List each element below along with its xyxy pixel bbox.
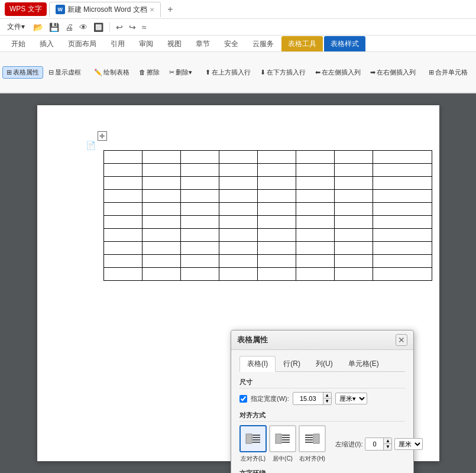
new-tab-button[interactable]: + (163, 2, 177, 17)
dialog-close-button[interactable]: ✕ (396, 334, 407, 346)
svg-rect-5 (276, 434, 281, 443)
btn-insert-col-left[interactable]: ⬅ 在左侧插入列 (311, 66, 365, 79)
dialog-tab-cell[interactable]: 单元格(E) (341, 356, 387, 372)
ribbon-tabs: 开始 插入 页面布局 引用 审阅 视图 章节 安全 云服务 表格工具 表格样式 (0, 35, 476, 52)
btn-erase[interactable]: 🗑 擦除 (135, 66, 164, 79)
width-value-input[interactable] (293, 393, 323, 404)
size-section: 尺寸 指定宽度(W): ▲ ▼ (239, 378, 405, 405)
indent-spin-up[interactable]: ▲ (383, 438, 391, 444)
align-left-label: 左对齐(L) (241, 455, 265, 463)
align-center-label: 居中(C) (273, 455, 293, 463)
toolbar-preview[interactable]: 👁 (77, 21, 90, 33)
toolbar-print[interactable]: 🖨 (63, 21, 76, 33)
wrap-section: 文字环绕 (239, 469, 405, 473)
btn-show-grid[interactable]: ⊟ 显示虚框 (44, 66, 85, 79)
align-right-wrap: 右对齐(H) (299, 425, 326, 463)
merge-cells-label: 合并单元格 (435, 68, 468, 77)
table-cell[interactable] (257, 151, 296, 164)
toolbar-something[interactable]: ≈ (140, 21, 149, 33)
table-row (103, 229, 432, 242)
doc-area: ✛ 📄 (0, 93, 476, 473)
wrap-section-title: 文字环绕 (239, 469, 405, 473)
btn-insert-row-below[interactable]: ⬇ 在下方插入行 (256, 66, 310, 79)
align-center-button[interactable] (269, 425, 296, 452)
size-row: 指定宽度(W): ▲ ▼ 厘米▾ (239, 392, 405, 405)
doc-tab[interactable]: W 新建 Microsoft Word 文档 ✕ (49, 2, 161, 17)
align-btn-group: 左对齐(L) (239, 425, 326, 463)
table-cell[interactable] (334, 151, 373, 164)
insert-row-below-label: 在下方插入行 (267, 68, 306, 77)
btn-table-props[interactable]: ⊞ 表格属性 (2, 66, 43, 79)
toolbar-format[interactable]: 🔲 (91, 21, 106, 33)
draw-table-label: 绘制表格 (103, 68, 129, 77)
erase-label: 擦除 (147, 68, 160, 77)
align-right-label: 右对齐(H) (299, 455, 325, 463)
tab-security[interactable]: 安全 (218, 36, 245, 51)
insert-col-left-label: 在左侧插入列 (322, 68, 361, 77)
tab-ref[interactable]: 引用 (104, 36, 131, 51)
width-spin-down[interactable]: ▼ (323, 399, 331, 404)
toolbar-open[interactable]: 📂 (31, 21, 46, 33)
tab-chapter[interactable]: 章节 (189, 36, 216, 51)
align-left-button[interactable] (239, 425, 267, 452)
btn-insert-col-right[interactable]: ➡ 在右侧插入列 (366, 66, 420, 79)
indent-input-wrap: ▲ ▼ (365, 438, 392, 451)
table-cell[interactable] (103, 151, 142, 164)
table-cell[interactable] (103, 255, 142, 268)
table-row (103, 190, 432, 203)
indent-value-input[interactable] (365, 438, 383, 450)
align-right-button[interactable] (299, 425, 326, 452)
doc-area-wrap: ✛ 📄 (0, 93, 476, 473)
table-cell[interactable] (180, 151, 219, 164)
btn-merge-cells[interactable]: ⊞ 合并单元格 (425, 66, 472, 79)
table-cell[interactable] (142, 151, 180, 164)
tab-insert[interactable]: 插入 (33, 36, 60, 51)
table-cell[interactable] (103, 164, 142, 177)
table-cell[interactable] (219, 151, 257, 164)
toolbar-save[interactable]: 💾 (47, 21, 61, 33)
btn-delete[interactable]: ✂ 删除▾ (165, 66, 196, 79)
indent-spinners: ▲ ▼ (383, 438, 391, 450)
tab-cloud[interactable]: 云服务 (246, 36, 280, 51)
dialog-tabs: 表格(I) 行(R) 列(U) 单元格(E) (239, 356, 405, 372)
merge-cells-icon: ⊞ (429, 69, 434, 76)
dialog-tab-col[interactable]: 列(U) (308, 356, 341, 372)
specify-width-checkbox[interactable] (239, 395, 247, 403)
btn-insert-row-above[interactable]: ⬆ 在上方插入行 (201, 66, 255, 79)
wps-tab[interactable]: WPS 文字 (5, 2, 47, 16)
table-cell[interactable] (296, 151, 334, 164)
table-cell[interactable] (103, 242, 142, 255)
table-cell[interactable] (103, 203, 142, 216)
btn-split-cells[interactable]: ⊟ 拆分单元格 (473, 66, 476, 79)
table-move-handle[interactable]: ✛ (98, 131, 107, 141)
dialog-title: 表格属性 (237, 335, 268, 345)
table-cell[interactable] (103, 190, 142, 203)
table-cell[interactable] (103, 268, 142, 281)
width-unit-select[interactable]: 厘米▾ (335, 393, 367, 404)
indent-spin-down[interactable]: ▼ (383, 444, 391, 450)
tab-view[interactable]: 视图 (161, 36, 188, 51)
table-cell[interactable] (103, 216, 142, 229)
dialog-tab-table[interactable]: 表格(I) (239, 356, 276, 372)
doc-icon: W (56, 5, 65, 14)
tab-start[interactable]: 开始 (5, 36, 32, 51)
dialog-tab-row[interactable]: 行(R) (276, 356, 308, 372)
align-section: 对齐方式 (239, 411, 405, 463)
tab-close-icon[interactable]: ✕ (150, 7, 154, 13)
tab-review[interactable]: 审阅 (132, 36, 160, 51)
tab-tablestyle[interactable]: 表格样式 (324, 36, 365, 51)
table-cell[interactable] (373, 151, 432, 164)
left-indent-label: 左缩进(I): (335, 440, 362, 449)
tab-layout[interactable]: 页面布局 (61, 36, 103, 51)
indent-unit-select[interactable]: 厘米 (394, 438, 423, 450)
btn-draw-table[interactable]: ✏️ 绘制表格 (90, 66, 134, 79)
menu-file[interactable]: 文件▾ (2, 20, 30, 34)
toolbar-redo[interactable]: ↪ (127, 21, 138, 33)
table-cell[interactable] (103, 229, 142, 242)
width-spin-up[interactable]: ▲ (323, 393, 331, 399)
doc-title: 新建 Microsoft Word 文档 (67, 5, 147, 15)
tab-tabletools[interactable]: 表格工具 (281, 36, 323, 51)
toolbar-undo[interactable]: ↩ (114, 21, 125, 33)
table-cell[interactable] (103, 177, 142, 190)
svg-rect-10 (313, 434, 319, 443)
